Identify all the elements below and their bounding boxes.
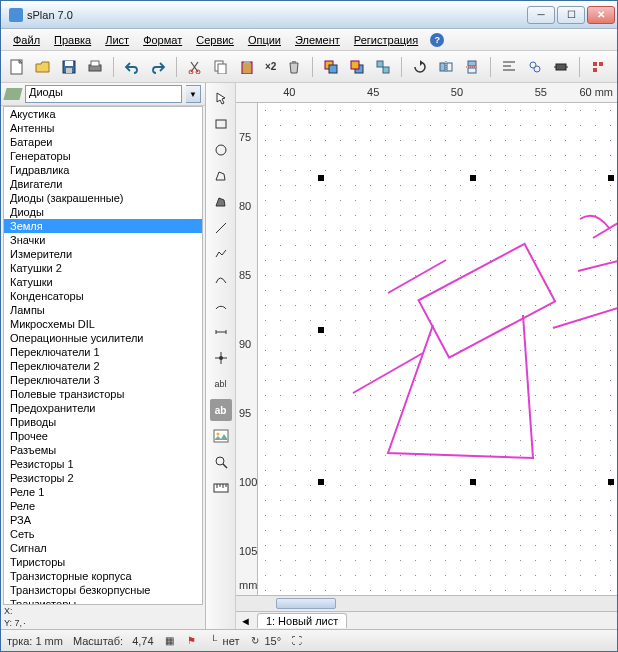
fill-icon[interactable] <box>210 191 232 213</box>
new-icon[interactable] <box>7 57 27 77</box>
list-item[interactable]: Прочее <box>4 429 202 443</box>
menu-options[interactable]: Опции <box>242 32 287 48</box>
text-block-icon[interactable]: ab <box>210 399 232 421</box>
list-item[interactable]: Реле 1 <box>4 485 202 499</box>
rect-icon[interactable] <box>210 113 232 135</box>
list-item[interactable]: Значки <box>4 233 202 247</box>
open-icon[interactable] <box>33 57 53 77</box>
menu-edit[interactable]: Правка <box>48 32 97 48</box>
mirror-v-icon[interactable] <box>462 57 482 77</box>
maximize-button[interactable]: ☐ <box>557 6 585 24</box>
align-icon[interactable] <box>499 57 519 77</box>
list-item[interactable]: Генераторы <box>4 149 202 163</box>
list-item[interactable]: Катушки 2 <box>4 261 202 275</box>
print-icon[interactable] <box>85 57 105 77</box>
category-select[interactable]: Диоды <box>25 85 182 103</box>
list-item[interactable]: Сеть <box>4 527 202 541</box>
main-toolbar: ×2 <box>1 51 617 83</box>
rotate-icon[interactable] <box>410 57 430 77</box>
list-item[interactable]: Транзисторы безкорпусные <box>4 583 202 597</box>
list-item[interactable]: Приводы <box>4 415 202 429</box>
component-icon[interactable] <box>551 57 571 77</box>
group-back-icon[interactable] <box>347 57 367 77</box>
arc-icon[interactable] <box>210 295 232 317</box>
menu-service[interactable]: Сервис <box>190 32 240 48</box>
svg-line-41 <box>223 464 227 468</box>
list-item[interactable]: Конденсаторы <box>4 289 202 303</box>
line-icon[interactable] <box>210 217 232 239</box>
redo-icon[interactable] <box>148 57 168 77</box>
mirror-h-icon[interactable] <box>436 57 456 77</box>
list-item[interactable]: Диоды <box>4 205 202 219</box>
list-item[interactable]: Лампы <box>4 303 202 317</box>
list-item[interactable]: Транзисторные корпуса <box>4 569 202 583</box>
list-item[interactable]: Диоды (закрашенные) <box>4 191 202 205</box>
list-item[interactable]: Акустика <box>4 107 202 121</box>
more-icon[interactable] <box>588 57 608 77</box>
component-list[interactable]: АкустикаАнтенныБатареиГенераторыГидравли… <box>3 106 203 605</box>
list-item[interactable]: РЗА <box>4 513 202 527</box>
text-label-icon[interactable]: abl <box>210 373 232 395</box>
poly-icon[interactable] <box>210 165 232 187</box>
list-item[interactable]: Разъемы <box>4 443 202 457</box>
menu-sheet[interactable]: Лист <box>99 32 135 48</box>
fullscreen-icon[interactable]: ⛶ <box>291 635 303 647</box>
sheet-tab-1[interactable]: 1: Новый лист <box>257 613 347 628</box>
list-item[interactable]: Реле <box>4 499 202 513</box>
pointer-icon[interactable] <box>210 87 232 109</box>
angle-icon[interactable]: ↻ <box>249 635 261 647</box>
undo-icon[interactable] <box>122 57 142 77</box>
link-icon[interactable] <box>525 57 545 77</box>
ortho-icon[interactable]: └ <box>208 635 220 647</box>
menu-format[interactable]: Формат <box>137 32 188 48</box>
list-item[interactable]: Микросхемы DIL <box>4 317 202 331</box>
list-item[interactable]: Тиристоры <box>4 555 202 569</box>
circle-icon[interactable] <box>210 139 232 161</box>
group-front-icon[interactable] <box>321 57 341 77</box>
list-item[interactable]: Переключатели 1 <box>4 345 202 359</box>
group-icon[interactable] <box>373 57 393 77</box>
list-item[interactable]: Двигатели <box>4 177 202 191</box>
save-icon[interactable] <box>59 57 79 77</box>
grid-icon[interactable]: ▦ <box>164 635 176 647</box>
list-item[interactable]: Земля <box>4 219 202 233</box>
measure-icon[interactable] <box>210 477 232 499</box>
menu-registration[interactable]: Регистрация <box>348 32 424 48</box>
zoom-icon[interactable] <box>210 451 232 473</box>
list-item[interactable]: Предохранители <box>4 401 202 415</box>
drawing-canvas[interactable] <box>258 103 617 595</box>
duplicate-icon[interactable]: ×2 <box>263 61 278 72</box>
snap-flag-icon[interactable]: ⚑ <box>186 635 198 647</box>
list-item[interactable]: Операционные усилители <box>4 331 202 345</box>
list-item[interactable]: Батареи <box>4 135 202 149</box>
polyline-icon[interactable] <box>210 243 232 265</box>
coord-y-label: Y: 7,٠ <box>1 617 205 629</box>
node-icon[interactable] <box>210 347 232 369</box>
list-item[interactable]: Измерители <box>4 247 202 261</box>
image-icon[interactable] <box>210 425 232 447</box>
delete-icon[interactable] <box>284 57 304 77</box>
paste-icon[interactable] <box>237 57 257 77</box>
list-item[interactable]: Полевые транзисторы <box>4 387 202 401</box>
cut-icon[interactable] <box>185 57 205 77</box>
list-item[interactable]: Катушки <box>4 275 202 289</box>
dimension-icon[interactable] <box>210 321 232 343</box>
minimize-button[interactable]: ─ <box>527 6 555 24</box>
horizontal-scrollbar[interactable] <box>236 595 617 611</box>
list-item[interactable]: Сигнал <box>4 541 202 555</box>
menu-element[interactable]: Элемент <box>289 32 346 48</box>
list-item[interactable]: Переключатели 3 <box>4 373 202 387</box>
list-item[interactable]: Транзисторы <box>4 597 202 605</box>
menu-file[interactable]: Файл <box>7 32 46 48</box>
list-item[interactable]: Антенны <box>4 121 202 135</box>
curve-icon[interactable] <box>210 269 232 291</box>
close-button[interactable]: ✕ <box>587 6 615 24</box>
svg-rect-19 <box>447 63 452 71</box>
list-item[interactable]: Резисторы 2 <box>4 471 202 485</box>
list-item[interactable]: Переключатели 2 <box>4 359 202 373</box>
copy-icon[interactable] <box>211 57 231 77</box>
dropdown-arrow-icon[interactable]: ▼ <box>186 85 201 103</box>
list-item[interactable]: Гидравлика <box>4 163 202 177</box>
list-item[interactable]: Резисторы 1 <box>4 457 202 471</box>
help-icon[interactable]: ? <box>430 33 444 47</box>
